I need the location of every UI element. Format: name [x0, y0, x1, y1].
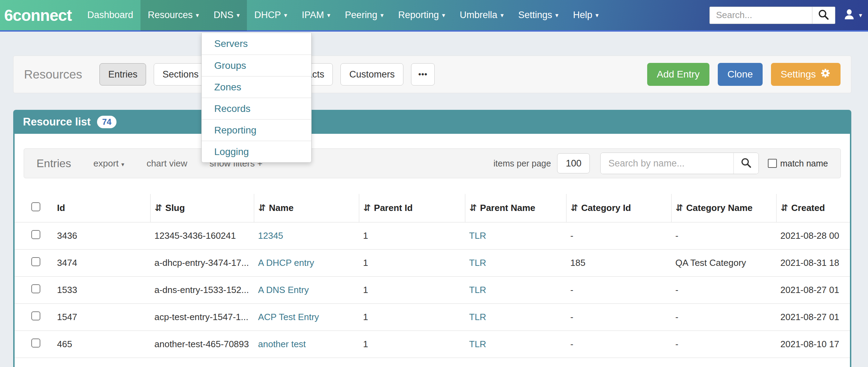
- name-link[interactable]: 12345: [258, 230, 283, 241]
- nav-item-label: Peering: [345, 10, 377, 21]
- row-checkbox[interactable]: [31, 230, 40, 239]
- name-search-button[interactable]: [733, 153, 758, 174]
- parent_name-link[interactable]: TLR: [469, 312, 486, 322]
- nav-item-peering[interactable]: Peering ▾: [338, 0, 391, 31]
- clone-button[interactable]: Clone: [718, 63, 763, 86]
- table-row: 1533a-dns-entry-1533-152...A DNS Entry1T…: [15, 277, 851, 304]
- chevron-down-icon: ▾: [327, 11, 330, 19]
- nav-item-label: DHCP: [254, 10, 281, 21]
- table-row: 1547acp-test-entry-1547-1...ACP Test Ent…: [15, 304, 851, 331]
- chevron-down-icon: ▾: [595, 11, 598, 19]
- column-header-id: Id: [53, 194, 150, 222]
- cell-slug: acp-test-entry-1547-1...: [150, 304, 254, 331]
- row-checkbox[interactable]: [31, 339, 40, 348]
- nav-item-label: Help: [573, 10, 593, 21]
- column-label: Name: [269, 203, 294, 213]
- cell-category_id: -: [566, 222, 671, 250]
- add-entry-button[interactable]: Add Entry: [647, 63, 709, 86]
- cell-created: 2021-08-10 17: [776, 331, 851, 358]
- name-link[interactable]: ACP Test Entry: [258, 312, 319, 322]
- column-label: Category Name: [686, 203, 753, 213]
- sort-icon: ⇵: [676, 203, 683, 213]
- name-link[interactable]: A DHCP entry: [258, 258, 314, 268]
- settings-button[interactable]: Settings: [771, 63, 841, 86]
- name-link[interactable]: another test: [258, 339, 306, 349]
- cell-category_name: -: [671, 331, 776, 358]
- chevron-down-icon: ▾: [196, 11, 199, 19]
- row-checkbox[interactable]: [31, 284, 40, 293]
- cell-category_name: QA Test Category: [671, 250, 776, 277]
- chevron-down-icon: ▾: [284, 11, 287, 19]
- cell-created: 2021-08-27 01: [776, 277, 851, 304]
- parent_name-link[interactable]: TLR: [469, 339, 486, 349]
- cell-category_name: -: [671, 222, 776, 250]
- chart-view-link[interactable]: chart view: [146, 158, 187, 169]
- cell-parent_id: 1: [359, 277, 465, 304]
- export-menu[interactable]: export▾: [94, 158, 124, 169]
- cell-parent_name: TLR: [465, 250, 566, 277]
- cell-id: 465: [53, 331, 150, 358]
- nav-item-label: DNS: [214, 10, 233, 21]
- chevron-down-icon: ▾: [555, 11, 558, 19]
- global-search-input[interactable]: [710, 7, 812, 24]
- menu-item-logging[interactable]: Logging: [202, 141, 311, 162]
- column-header-parent_id[interactable]: ⇵Parent Id: [359, 194, 465, 222]
- parent_name-link[interactable]: TLR: [469, 258, 486, 268]
- nav-item-help[interactable]: Help ▾: [566, 0, 606, 31]
- menu-item-servers[interactable]: Servers: [202, 33, 311, 55]
- table-row-partial: [15, 358, 851, 367]
- row-checkbox[interactable]: [31, 257, 40, 266]
- column-header-created[interactable]: ⇵Created: [776, 194, 851, 222]
- nav-item-ipam[interactable]: IPAM ▾: [295, 0, 338, 31]
- column-header-slug[interactable]: ⇵Slug: [150, 194, 254, 222]
- sort-icon: ⇵: [258, 203, 266, 213]
- nav-item-umbrella[interactable]: Umbrella ▾: [452, 0, 511, 31]
- table-row: 3474a-dhcp-entry-3474-17...A DHCP entry1…: [15, 250, 851, 277]
- cell-id: 3474: [53, 250, 150, 277]
- tab-customers[interactable]: Customers: [340, 63, 403, 85]
- select-all-checkbox[interactable]: [31, 202, 40, 211]
- tab-more[interactable]: •••: [411, 63, 435, 85]
- menu-item-groups[interactable]: Groups: [202, 55, 311, 76]
- parent_name-link[interactable]: TLR: [469, 230, 486, 241]
- nav-item-label: Resources: [148, 10, 193, 21]
- chevron-down-icon: ▾: [380, 11, 384, 19]
- logo[interactable]: 6connect: [4, 6, 72, 25]
- column-header-category_name[interactable]: ⇵Category Name: [671, 194, 776, 222]
- column-label: Created: [791, 203, 825, 213]
- nav-item-dashboard[interactable]: Dashboard: [80, 0, 140, 31]
- match-name-checkbox[interactable]: [768, 159, 777, 168]
- items-per-page-input[interactable]: [557, 153, 590, 173]
- nav-item-reporting[interactable]: Reporting ▾: [391, 0, 452, 31]
- cell-slug: a-dhcp-entry-3474-17...: [150, 250, 254, 277]
- menu-item-reporting[interactable]: Reporting: [202, 119, 311, 141]
- search-icon: [740, 157, 752, 170]
- name-search-input[interactable]: [601, 153, 733, 174]
- global-search: [709, 7, 835, 24]
- cell-slug: 12345-3436-160241: [150, 222, 254, 250]
- dns-dropdown-menu: ServersGroupsZonesRecordsReportingLoggin…: [201, 33, 312, 163]
- column-header-name[interactable]: ⇵Name: [254, 194, 359, 222]
- parent_name-link[interactable]: TLR: [469, 285, 486, 295]
- sort-icon: ⇵: [469, 203, 477, 213]
- tab-entries[interactable]: Entries: [99, 63, 146, 85]
- cell-slug: another-test-465-70893: [150, 331, 254, 358]
- nav-items: Dashboard Resources ▾ DNS ▾ DHCP ▾ IPAM …: [80, 0, 606, 31]
- search-icon: [818, 9, 829, 22]
- column-header-category_id[interactable]: ⇵Category Id: [566, 194, 671, 222]
- menu-item-records[interactable]: Records: [202, 98, 311, 119]
- nav-item-settings[interactable]: Settings ▾: [511, 0, 566, 31]
- row-checkbox[interactable]: [31, 311, 40, 320]
- name-link[interactable]: A DNS Entry: [258, 285, 309, 295]
- entries-title: Entries: [37, 157, 71, 170]
- nav-item-dhcp[interactable]: DHCP ▾: [247, 0, 295, 31]
- user-menu[interactable]: ▾: [843, 8, 862, 23]
- nav-item-dns[interactable]: DNS ▾: [206, 0, 247, 31]
- cell-name: A DNS Entry: [254, 277, 359, 304]
- tab-sections[interactable]: Sections: [154, 63, 207, 85]
- nav-item-resources[interactable]: Resources ▾: [140, 0, 206, 31]
- cell-slug: a-dns-entry-1533-152...: [150, 277, 254, 304]
- global-search-button[interactable]: [812, 7, 835, 24]
- menu-item-zones[interactable]: Zones: [202, 76, 311, 98]
- column-header-parent_name[interactable]: ⇵Parent Name: [465, 194, 566, 222]
